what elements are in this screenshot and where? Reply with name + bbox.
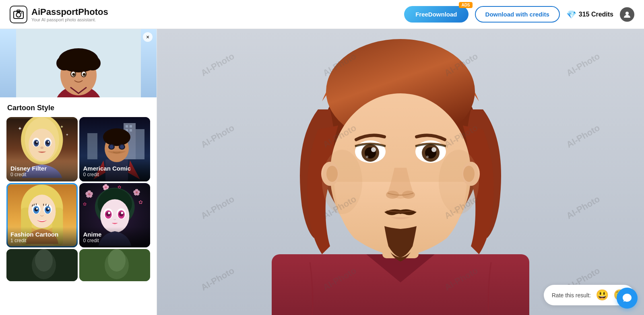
svg-point-51 bbox=[120, 145, 124, 149]
style-grid-bottom bbox=[0, 247, 157, 288]
comic-name: American Comic bbox=[83, 165, 147, 172]
style-card-disney[interactable]: ✦ ✦ ✦ Disney Filter 0 credit bbox=[6, 117, 78, 181]
rate-label: Rate this result: bbox=[552, 292, 591, 299]
style5-image bbox=[6, 249, 78, 281]
close-preview-button[interactable]: × bbox=[143, 32, 153, 42]
svg-rect-43 bbox=[87, 133, 97, 159]
disney-name: Disney Filter bbox=[10, 165, 74, 172]
app-name: AiPassportPhotos bbox=[31, 7, 108, 17]
svg-point-102 bbox=[371, 147, 376, 152]
credits-count: 315 Credits bbox=[579, 11, 613, 18]
disney-overlay: Disney Filter 0 credit bbox=[6, 161, 78, 181]
svg-point-105 bbox=[426, 156, 429, 158]
diamond-icon: 💎 bbox=[566, 10, 576, 19]
logo-area: AiPassportPhotos Your AI passport photo … bbox=[10, 6, 108, 23]
fashion-overlay: Fashion Cartoon 1 credit bbox=[6, 227, 78, 247]
sidebar: × Cartoon Style bbox=[0, 29, 157, 315]
app-tagline: Your AI passport photo assistant. bbox=[31, 17, 108, 22]
user-avatar-button[interactable] bbox=[620, 7, 634, 22]
header: AiPassportPhotos Your AI passport photo … bbox=[0, 0, 644, 29]
svg-text:✿: ✿ bbox=[138, 199, 143, 205]
download-credits-button[interactable]: Download with credits bbox=[475, 6, 560, 23]
logo-text: AiPassportPhotos Your AI passport photo … bbox=[31, 7, 108, 22]
svg-point-113 bbox=[439, 150, 479, 214]
character-svg bbox=[157, 29, 644, 315]
main-content: AI-Photo AI-Photo AI-Photo AI-Photo AI-P… bbox=[157, 29, 644, 315]
svg-rect-38 bbox=[126, 125, 128, 128]
style-card-5[interactable] bbox=[6, 249, 78, 281]
section-title: Cartoon Style bbox=[0, 97, 157, 117]
fashion-credit: 1 credit bbox=[10, 238, 74, 243]
svg-point-31 bbox=[47, 141, 49, 143]
rate-happy-button[interactable]: 😃 bbox=[596, 289, 609, 301]
svg-point-23 bbox=[29, 129, 55, 161]
main-character-display bbox=[157, 29, 644, 315]
svg-point-30 bbox=[36, 141, 38, 143]
uploaded-photo bbox=[0, 29, 157, 97]
free-download-label: FreeDownload bbox=[415, 11, 457, 18]
person-photo-svg bbox=[16, 29, 141, 97]
svg-point-88 bbox=[108, 249, 126, 272]
credits-display: 💎 315 Credits bbox=[566, 10, 613, 19]
chat-icon bbox=[622, 293, 632, 303]
style-grid: ✦ ✦ ✦ Disney Filter 0 credit bbox=[0, 117, 157, 247]
svg-point-18 bbox=[72, 73, 75, 76]
svg-point-85 bbox=[35, 249, 53, 272]
svg-text:🌸: 🌸 bbox=[85, 190, 94, 198]
anime-name: Anime bbox=[83, 231, 147, 238]
svg-point-56 bbox=[28, 195, 56, 229]
svg-point-32 bbox=[40, 146, 43, 149]
svg-rect-39 bbox=[130, 125, 132, 128]
logo-icon bbox=[10, 6, 27, 23]
style-card-6[interactable] bbox=[79, 249, 151, 281]
anime-credit: 0 credit bbox=[83, 238, 147, 243]
svg-point-4 bbox=[625, 12, 629, 15]
svg-text:🌸: 🌸 bbox=[132, 188, 140, 196]
comic-credit: 0 credit bbox=[83, 172, 147, 177]
svg-point-82 bbox=[121, 212, 123, 214]
svg-point-103 bbox=[431, 147, 436, 152]
svg-text:✿: ✿ bbox=[83, 202, 87, 206]
style-card-fashion-cartoon[interactable]: Fashion Cartoon 1 credit bbox=[6, 183, 78, 247]
svg-point-64 bbox=[47, 208, 50, 210]
upload-preview: × bbox=[0, 29, 157, 97]
disney-credit: 0 credit bbox=[10, 172, 74, 177]
comic-overlay: American Comic 0 credit bbox=[79, 161, 151, 181]
svg-point-1 bbox=[17, 12, 21, 17]
main-layout: × Cartoon Style bbox=[0, 29, 644, 315]
close-icon: × bbox=[146, 34, 149, 40]
svg-point-112 bbox=[322, 150, 362, 214]
header-right: ADS FreeDownload Download with credits 💎… bbox=[404, 6, 634, 23]
fashion-name: Fashion Cartoon bbox=[10, 231, 74, 238]
svg-point-81 bbox=[108, 212, 110, 214]
svg-text:✦: ✦ bbox=[18, 126, 22, 132]
svg-point-13 bbox=[79, 52, 94, 64]
style-card-anime[interactable]: 🌸 🌸 ✿ ✿ 🌸 ✿ bbox=[79, 183, 151, 247]
ads-badge: ADS bbox=[459, 2, 472, 8]
free-download-button[interactable]: ADS FreeDownload bbox=[404, 6, 468, 23]
style-card-american-comic[interactable]: American Comic 0 credit bbox=[79, 117, 151, 181]
svg-rect-41 bbox=[130, 129, 132, 132]
svg-point-3 bbox=[21, 12, 23, 13]
svg-text:✦: ✦ bbox=[60, 124, 64, 129]
svg-text:✦: ✦ bbox=[66, 132, 69, 137]
chat-button[interactable] bbox=[617, 288, 638, 309]
svg-point-12 bbox=[63, 52, 78, 64]
svg-point-50 bbox=[109, 145, 114, 149]
style6-image bbox=[79, 249, 151, 281]
svg-point-63 bbox=[36, 208, 38, 210]
svg-point-104 bbox=[366, 156, 368, 158]
svg-rect-42 bbox=[136, 129, 144, 159]
svg-point-19 bbox=[83, 73, 85, 76]
anime-overlay: Anime 0 credit bbox=[79, 227, 151, 247]
